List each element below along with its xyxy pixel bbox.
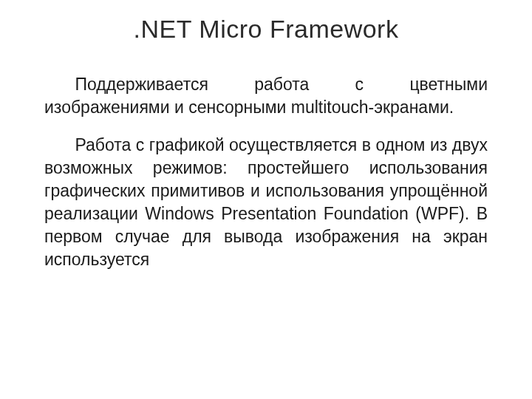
- page-title: .NET Micro Framework: [44, 15, 488, 44]
- body-paragraph: Поддерживается работа с цветными изображ…: [44, 73, 488, 119]
- body-paragraph: Работа с графикой осуществляется в одном…: [44, 134, 488, 271]
